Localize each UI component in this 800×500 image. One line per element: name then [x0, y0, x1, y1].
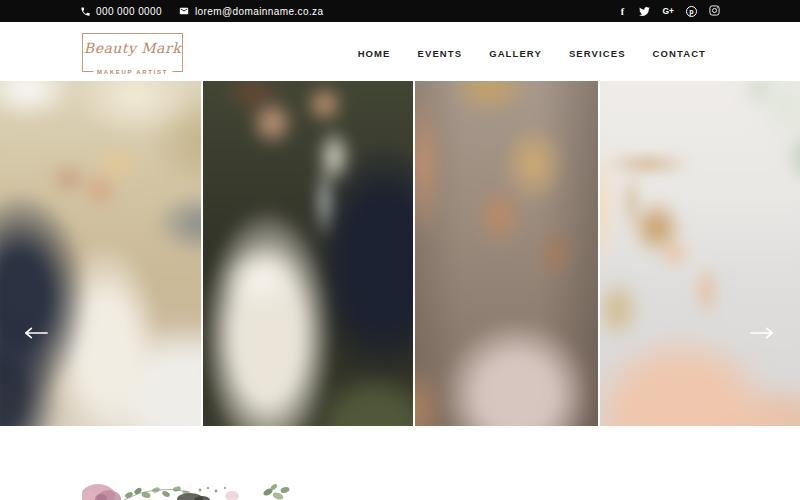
photo-slider — [0, 81, 800, 426]
nav-item-services[interactable]: SERVICES — [569, 48, 626, 59]
twitter-icon — [639, 2, 650, 20]
nav-item-gallery[interactable]: GALLERY — [489, 48, 542, 59]
google-plus-link[interactable]: G+ — [662, 5, 674, 17]
twitter-link[interactable] — [639, 5, 650, 17]
slide-bride-groom-photo — [203, 81, 413, 426]
slider-prev-arrow[interactable] — [22, 324, 50, 342]
envelope-icon — [178, 6, 190, 16]
slide-portrait-photo — [415, 81, 598, 426]
contact-info: 000 000 0000 lorem@domainname.co.za — [80, 6, 323, 17]
pinterest-link[interactable]: p — [686, 5, 697, 17]
nav-item-events[interactable]: EVENTS — [418, 48, 463, 59]
google-plus-icon: G+ — [662, 6, 674, 16]
main-header: Beauty Mark MAKEUP ARTIST HOME EVENTS GA… — [0, 22, 800, 81]
slider-next-arrow[interactable] — [748, 324, 776, 342]
facebook-icon: f — [621, 6, 624, 17]
nav-item-contact[interactable]: CONTACT — [653, 48, 706, 59]
brand-name: Beauty Mark — [83, 40, 182, 56]
nav-item-home[interactable]: HOME — [358, 48, 391, 59]
slide-couple-car-photo — [0, 81, 201, 426]
email-address: lorem@domainname.co.za — [195, 6, 323, 17]
slide-gown-studio-photo — [600, 81, 800, 426]
left-arrow-icon — [24, 326, 48, 340]
right-arrow-icon — [750, 326, 774, 340]
instagram-icon — [709, 2, 720, 20]
email-link[interactable]: lorem@domainname.co.za — [178, 6, 323, 17]
phone-icon — [80, 6, 91, 17]
next-section-top — [0, 426, 800, 500]
facebook-link[interactable]: f — [617, 5, 627, 17]
topbar: 000 000 0000 lorem@domainname.co.za f G+ — [0, 0, 800, 22]
instagram-link[interactable] — [709, 5, 720, 17]
social-links: f G+ p — [617, 5, 720, 17]
phone-link[interactable]: 000 000 0000 — [80, 6, 162, 17]
phone-number: 000 000 0000 — [96, 6, 162, 17]
brand-tagline: MAKEUP ARTIST — [93, 69, 172, 75]
logo[interactable]: Beauty Mark MAKEUP ARTIST — [82, 33, 183, 72]
floral-decoration — [82, 482, 290, 500]
pinterest-icon: p — [686, 6, 697, 17]
